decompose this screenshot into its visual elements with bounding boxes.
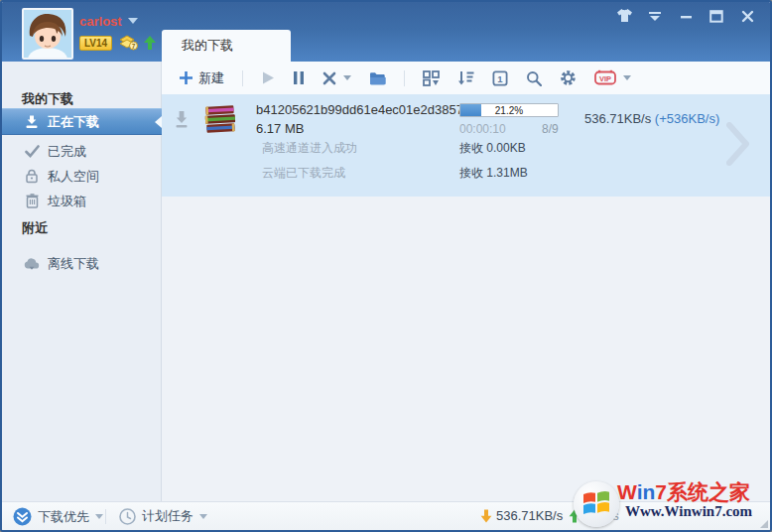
brand-part-3: 7系统之家 [655, 480, 750, 503]
menu-icon [648, 9, 662, 23]
shirt-icon [616, 8, 633, 24]
minimize-button[interactable] [677, 7, 695, 25]
level-badge[interactable]: LV14 [79, 36, 112, 51]
speed-value: 536.71KB/s [584, 111, 651, 126]
received-line-2: 接收 1.31MB [459, 165, 528, 182]
sidebar-item-offline-download[interactable]: 离线下载 [2, 251, 162, 276]
clock-icon [119, 508, 136, 525]
tab-my-downloads[interactable]: 我的下载 [162, 30, 291, 62]
toolbar: 新建 1 [162, 62, 770, 94]
sidebar-group-nearby: 附近 [22, 219, 48, 237]
elapsed-time: 00:00:10 [459, 122, 506, 136]
sidebar-item-trash[interactable]: 垃圾箱 [2, 189, 162, 213]
sidebar-item-label: 离线下载 [48, 255, 99, 273]
brand-part-1: W [617, 480, 637, 503]
view-mode-button[interactable] [419, 67, 444, 89]
priority-label: 下载优先 [38, 508, 89, 526]
watermark-brand: Win7系统之家 [617, 478, 750, 506]
expand-chevron-icon[interactable] [724, 120, 752, 172]
sort-button[interactable] [453, 67, 478, 88]
close-button[interactable] [738, 7, 756, 25]
progress-bar: 21.2% [459, 103, 559, 117]
pause-icon [293, 70, 305, 85]
trash-icon [24, 194, 40, 209]
maximize-icon [709, 10, 723, 23]
download-filename: b41205621b99dd61e4ec01e2d3857... [256, 102, 459, 117]
diamond-count: 7 [132, 43, 136, 50]
sidebar-item-completed[interactable]: 已完成 [2, 139, 162, 164]
plus-icon [178, 70, 193, 86]
title-bar: carlost LV14 7 [2, 2, 770, 62]
vip-button[interactable]: VIP [590, 66, 635, 89]
start-button[interactable] [257, 67, 279, 88]
app-window: carlost LV14 7 [0, 0, 772, 532]
svg-text:1: 1 [497, 72, 503, 83]
boost-speed: (+536KB/s) [655, 111, 719, 126]
open-folder-button[interactable] [365, 68, 390, 88]
windows-logo-icon [574, 481, 619, 527]
main-menu-button[interactable] [646, 7, 664, 25]
sidebar: 我的下载 正在下载 已完成 私人空间 垃圾箱 附近 [2, 62, 162, 501]
task-limit-button[interactable]: 1 [488, 67, 512, 89]
pause-button[interactable] [289, 67, 309, 88]
chevron-down-icon [199, 514, 207, 519]
grid-view-icon [423, 70, 440, 86]
status-line-2: 云端已下载完成 [262, 165, 345, 182]
skin-button[interactable] [615, 7, 633, 25]
gear-icon [560, 69, 577, 86]
downloading-state-icon [174, 110, 190, 132]
cloud-download-icon [24, 256, 40, 272]
avatar-image [24, 10, 71, 58]
delete-x-icon [322, 71, 336, 85]
watermark-url: Www.Winwin7.com [625, 503, 752, 520]
schedule-label: 计划任务 [142, 507, 193, 525]
sidebar-item-private-space[interactable]: 私人空间 [2, 164, 162, 189]
vip-label: VIP [599, 74, 611, 83]
new-task-button[interactable]: 新建 [174, 66, 228, 90]
download-filesize: 6.17 MB [256, 121, 304, 136]
brand-part-2: in [637, 480, 656, 503]
minimize-icon [680, 10, 693, 23]
avatar[interactable] [22, 8, 73, 60]
limit-one-icon: 1 [492, 70, 508, 86]
sidebar-item-label: 垃圾箱 [48, 193, 86, 210]
sidebar-item-label: 正在下载 [48, 113, 99, 131]
download-icon [24, 114, 40, 130]
chevron-down-icon [623, 75, 631, 80]
rar-file-icon [202, 102, 238, 142]
play-icon [261, 70, 275, 85]
download-task-row[interactable]: b41205621b99dd61e4ec01e2d3857... 6.17 MB… [162, 94, 770, 197]
settings-button[interactable] [556, 66, 580, 89]
delete-button[interactable] [319, 68, 355, 88]
folder-icon [369, 71, 386, 85]
divider [242, 70, 243, 86]
search-button[interactable] [522, 67, 546, 89]
sort-icon [457, 70, 474, 85]
active-notch [155, 116, 162, 128]
username-menu[interactable]: carlost [79, 14, 138, 29]
tab-label: 我的下载 [182, 37, 233, 55]
download-priority-menu[interactable]: 下载优先 [13, 507, 103, 526]
down-speed-value: 536.71KB/s [496, 508, 563, 523]
received-line-1: 接收 0.00KB [459, 140, 526, 157]
chevron-down-icon [128, 18, 138, 24]
chevron-down-icon [343, 75, 351, 80]
maximize-button[interactable] [708, 7, 725, 25]
sidebar-item-label: 已完成 [48, 143, 86, 161]
divider [105, 509, 106, 524]
level-up-arrow-icon [144, 36, 156, 55]
main-panel: 新建 1 [162, 62, 770, 501]
username-label: carlost [79, 14, 122, 29]
vip-icon: VIP [594, 69, 616, 86]
status-line-1: 高速通道进入成功 [262, 140, 357, 157]
diamond-icon[interactable]: 7 [119, 35, 139, 55]
close-icon [741, 10, 754, 23]
lock-icon [24, 169, 40, 185]
global-down-speed: 536.71KB/s [480, 508, 563, 523]
window-controls [615, 7, 756, 25]
sidebar-item-downloading[interactable]: 正在下载 [2, 108, 162, 135]
scheduled-tasks-menu[interactable]: 计划任务 [119, 507, 207, 525]
progress-percent: 21.2% [460, 104, 558, 117]
priority-icon [13, 507, 32, 526]
resize-grip[interactable] [760, 520, 768, 528]
